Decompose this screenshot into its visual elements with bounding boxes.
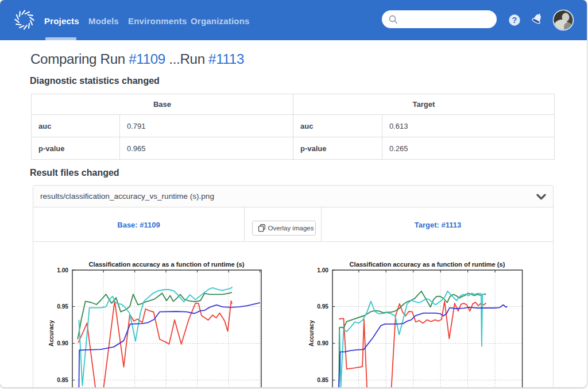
svg-text:Classification accuracy as a f: Classification accuracy as a function of… [88, 261, 244, 268]
svg-text:1.00: 1.00 [317, 267, 328, 274]
svg-text:0.90: 0.90 [317, 340, 328, 346]
svg-text:Accuracy: Accuracy [48, 320, 55, 346]
svg-text:1.00: 1.00 [57, 267, 68, 274]
svg-text:0.95: 0.95 [57, 303, 68, 310]
svg-text:Accuracy: Accuracy [308, 320, 315, 346]
svg-text:0.90: 0.90 [57, 340, 68, 346]
svg-text:0.95: 0.95 [317, 303, 328, 310]
svg-text:Classification accuracy as a f: Classification accuracy as a function of… [349, 261, 505, 268]
svg-text:0.85: 0.85 [57, 377, 68, 383]
svg-text:?: ? [512, 16, 517, 25]
svg-text:0.85: 0.85 [317, 377, 328, 383]
